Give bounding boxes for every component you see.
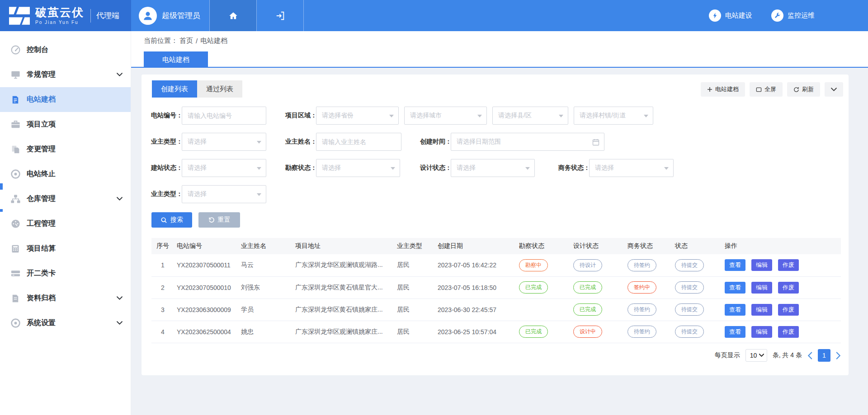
toolbar-button-plus[interactable]: 电站建档 xyxy=(701,82,745,97)
pagination: 每页显示 10 条, 共 4 条 1 xyxy=(715,349,841,362)
filter-region: 项目区域： 请选择省份请选择城市请选择县/区请选择村镇/街道 xyxy=(285,107,653,125)
page-size-select[interactable]: 10 xyxy=(745,349,767,362)
filter-label: 业主类型： xyxy=(151,138,179,146)
sidebar-item-sitemap[interactable]: 仓库管理 xyxy=(0,187,131,211)
owner-name-input[interactable] xyxy=(316,133,401,151)
filter-owner-name: 业主姓名： xyxy=(285,133,401,151)
fullscreen-icon xyxy=(756,87,762,93)
cell-status-status: 待提交 xyxy=(672,298,722,321)
build-status-select[interactable]: 请选择 xyxy=(182,159,266,177)
reset-button[interactable]: 重置 xyxy=(198,212,240,228)
cell-idx: 3 xyxy=(151,298,174,321)
sidebar-item-label: 电站终止 xyxy=(27,169,56,179)
view-button[interactable]: 查看 xyxy=(725,282,745,294)
owner-type-select[interactable]: 请选择 xyxy=(182,133,266,151)
page-tab-station-archive[interactable]: 电站建档 xyxy=(144,51,208,68)
filter-build-status: 建站状态： 请选择 xyxy=(151,159,266,177)
sidebar-item-settings[interactable]: 系统设置 xyxy=(0,311,131,336)
next-page-button[interactable] xyxy=(836,352,841,359)
sidebar-item-briefcase[interactable]: 项目立项 xyxy=(0,112,131,137)
toolbar-button-chevron[interactable] xyxy=(825,82,843,97)
cell-design-status: 待设计 xyxy=(571,254,625,276)
column-header: 商务状态 xyxy=(625,238,672,254)
cell-design-status: 已完成 xyxy=(571,298,625,321)
filter-label: 业主姓名： xyxy=(285,138,313,146)
header-app-lightning[interactable]: 电站建设 xyxy=(709,9,752,22)
status-badge: 待签约 xyxy=(627,326,656,338)
column-header: 状态 xyxy=(672,238,722,254)
header-app-wrench[interactable]: 监控运维 xyxy=(771,9,815,22)
business-status-select[interactable]: 请选择 xyxy=(589,159,674,177)
logout-button[interactable] xyxy=(257,0,303,31)
list-tab-0[interactable]: 创建列表 xyxy=(152,80,197,98)
sidebar-item-monitor[interactable]: 常规管理 xyxy=(0,62,131,87)
chevron-down-icon xyxy=(117,73,123,77)
view-button[interactable]: 查看 xyxy=(725,259,745,271)
status-badge: 待签约 xyxy=(627,303,656,316)
status-badge: 设计中 xyxy=(573,326,602,338)
region-select-2[interactable]: 请选择县/区 xyxy=(492,107,568,125)
design-status-select[interactable]: 请选择 xyxy=(451,159,535,177)
copy-icon xyxy=(10,144,21,155)
content-card: 创建列表通过列表 电站建档全屏刷新 电站编号： 项目区域： 请选择省份请选择城市… xyxy=(142,75,849,375)
sidebar-scrollbar[interactable] xyxy=(0,209,3,212)
station-code-input[interactable] xyxy=(182,107,266,125)
cell-actions: 查看编辑作废 xyxy=(722,276,841,298)
search-button[interactable]: 搜索 xyxy=(151,212,192,228)
sidebar-item-gauge[interactable]: 工程管理 xyxy=(0,211,131,236)
sidebar-item-document[interactable]: 电站建档 xyxy=(0,87,131,112)
page-number-button[interactable]: 1 xyxy=(818,349,830,362)
region-select-3[interactable]: 请选择村镇/街道 xyxy=(574,107,653,125)
sidebar-item-file[interactable]: 资料归档 xyxy=(0,286,131,311)
sidebar-item-idcard[interactable]: 开二类卡 xyxy=(0,261,131,286)
sidebar-item-label: 资料归档 xyxy=(27,294,56,303)
status-badge: 待提交 xyxy=(675,281,704,294)
view-button[interactable]: 查看 xyxy=(725,304,745,316)
void-button[interactable]: 作废 xyxy=(778,304,799,316)
sidebar-item-label: 常规管理 xyxy=(27,70,56,79)
filter-row: 电站编号： 项目区域： 请选择省份请选择城市请选择县/区请选择村镇/街道 xyxy=(142,107,849,125)
date-range-picker[interactable]: 请选择日期范围 xyxy=(451,133,604,151)
user-menu[interactable]: 超级管理员 xyxy=(131,0,209,31)
prev-page-button[interactable] xyxy=(807,352,812,359)
sidebar-scrollbar[interactable] xyxy=(0,183,3,190)
edit-button[interactable]: 编辑 xyxy=(751,304,772,316)
monitor-icon xyxy=(10,70,21,80)
home-button[interactable] xyxy=(210,0,256,31)
void-button[interactable]: 作废 xyxy=(778,259,799,271)
cell-survey-status: 已完成 xyxy=(516,276,571,298)
toolbar-button-refresh[interactable]: 刷新 xyxy=(787,82,820,97)
sidebar-item-copy[interactable]: 变更管理 xyxy=(0,137,131,162)
filter-label: 创建时间： xyxy=(420,138,448,146)
toolbar-button-fullscreen[interactable]: 全屏 xyxy=(750,82,783,97)
brand-title: 破茧云伏 Po Jian Yun Fu xyxy=(35,6,84,25)
edit-button[interactable]: 编辑 xyxy=(751,282,772,294)
sidebar-item-dashboard[interactable]: 控制台 xyxy=(0,37,131,62)
filter-row: 业主类型： 请选择 xyxy=(142,185,849,203)
sidebar-item-label: 仓库管理 xyxy=(27,194,56,204)
sidebar-item-label: 系统设置 xyxy=(27,318,56,328)
sidebar-item-label: 变更管理 xyxy=(27,145,56,154)
void-button[interactable]: 作废 xyxy=(778,326,799,338)
survey-status-select[interactable]: 请选择 xyxy=(316,159,400,177)
region-select-0[interactable]: 请选择省份 xyxy=(316,107,399,125)
owner-type-select-2[interactable]: 请选择 xyxy=(182,185,266,203)
list-tab-1[interactable]: 通过列表 xyxy=(197,80,242,98)
person-icon xyxy=(142,10,154,22)
sidebar-item-calculator[interactable]: 项目结算 xyxy=(0,236,131,261)
region-select-1[interactable]: 请选择城市 xyxy=(404,107,487,125)
void-button[interactable]: 作废 xyxy=(778,282,799,294)
caret-down-icon xyxy=(664,167,669,170)
filter-label: 商务状态： xyxy=(558,164,586,172)
chevron-down-icon xyxy=(117,197,123,201)
column-header: 项目地址 xyxy=(292,238,394,254)
cell-type: 居民 xyxy=(394,298,435,321)
view-button[interactable]: 查看 xyxy=(725,326,745,338)
caret-down-icon xyxy=(257,141,261,144)
edit-button[interactable]: 编辑 xyxy=(751,326,772,338)
cell-owner: 刘强东 xyxy=(238,276,292,298)
sidebar-item-circledot[interactable]: 电站终止 xyxy=(0,162,131,187)
edit-button[interactable]: 编辑 xyxy=(751,259,772,271)
breadcrumb-home[interactable]: 首页 xyxy=(179,37,193,45)
sidebar-menu: 控制台常规管理电站建档项目立项变更管理电站终止仓库管理工程管理项目结算开二类卡资… xyxy=(0,31,131,415)
